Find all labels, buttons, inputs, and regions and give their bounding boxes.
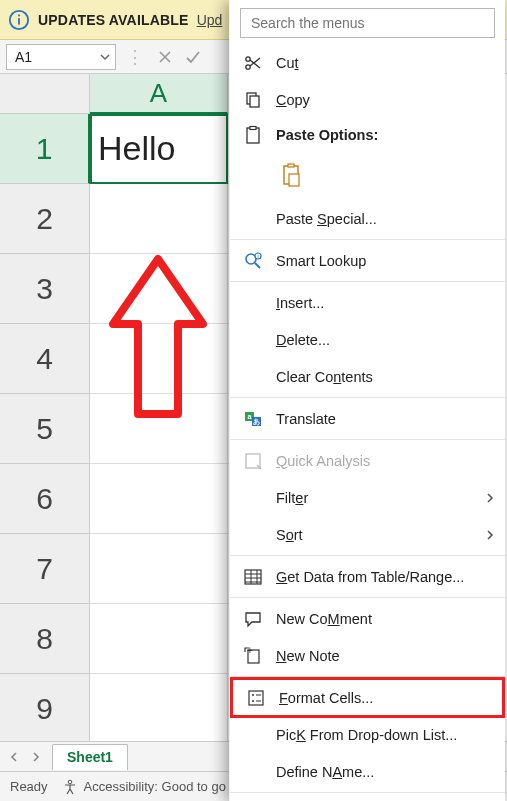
menu-new-comment[interactable]: New CoMment [230,600,505,637]
blank-icon [242,487,264,509]
cell-A2[interactable] [90,184,228,254]
tab-next-icon[interactable] [30,751,42,763]
cell-A9[interactable] [90,674,228,741]
menu-translate[interactable]: aあ Translate [230,400,505,437]
svg-point-3 [68,780,72,784]
menu-filter-label: Filter [276,490,473,506]
search-icon: i [242,250,264,272]
cell-A1[interactable]: Hello [90,114,228,184]
menu-new-note[interactable]: + New Note [230,637,505,674]
menu-list: Cut Copy Paste Options: Paste Special... [230,44,505,801]
menu-insert-label: Insert... [276,295,495,311]
row-header-2[interactable]: 2 [0,184,90,254]
menu-filter[interactable]: Filter [230,479,505,516]
info-icon [8,9,30,31]
menu-format-cells[interactable]: Format Cells... [233,680,502,715]
menu-paste-options-label: Paste Options: [276,127,495,143]
row-header-8[interactable]: 8 [0,604,90,674]
menu-define-name-label: Define NAme... [276,764,495,780]
menu-new-comment-label: New CoMment [276,611,495,627]
table-icon [242,566,264,588]
quick-analysis-icon [242,450,264,472]
status-accessibility[interactable]: Accessibility: Good to go [62,779,226,795]
svg-text:あ: あ [253,418,260,426]
menu-new-note-label: New Note [276,648,495,664]
menu-delete-label: Delete... [276,332,495,348]
row-header-6[interactable]: 6 [0,464,90,534]
menu-search[interactable] [240,8,495,38]
copy-icon [242,89,264,111]
menu-smart-lookup-label: Smart Lookup [276,253,495,269]
svg-point-5 [246,56,250,60]
accessibility-icon [62,779,78,795]
row-header-9[interactable]: 9 [0,674,90,741]
updates-title: UPDATES AVAILABLE [38,12,189,28]
menu-smart-lookup[interactable]: i Smart Lookup [230,242,505,279]
menu-search-input[interactable] [249,14,486,32]
separator [230,555,505,556]
menu-quick-analysis-label: Quick Analysis [276,453,495,469]
svg-rect-24 [249,691,263,705]
svg-point-4 [246,64,250,68]
menu-copy-label: Copy [276,92,495,108]
svg-text:+: + [247,646,253,656]
cell-A6[interactable] [90,464,228,534]
cell-A3[interactable] [90,254,228,324]
svg-text:a: a [248,413,252,420]
separator [230,792,505,793]
svg-rect-7 [250,96,259,107]
menu-clear-contents[interactable]: Clear Contents [230,358,505,395]
cancel-formula-icon[interactable] [154,46,176,68]
column-header-A[interactable]: A [90,74,228,114]
blank-icon [242,329,264,351]
separator [230,397,505,398]
updates-link[interactable]: Upd [197,12,223,28]
cell-A7[interactable] [90,534,228,604]
cell-A5[interactable] [90,394,228,464]
separator [230,597,505,598]
scissors-icon [242,52,264,74]
cell-A4[interactable] [90,324,228,394]
cell-A8[interactable] [90,604,228,674]
svg-rect-12 [289,174,299,186]
menu-cut-label: Cut [276,55,495,71]
menu-pick-list-label: PicK From Drop-down List... [276,727,495,743]
divider: ⋮ [122,46,148,68]
paste-default-button[interactable] [277,158,307,194]
row-headers: 1 2 3 4 5 6 7 8 9 [0,114,90,741]
menu-get-data[interactable]: Get Data from Table/Range... [230,558,505,595]
menu-insert[interactable]: Insert... [230,284,505,321]
menu-sort[interactable]: Sort [230,516,505,553]
menu-cut[interactable]: Cut [230,44,505,81]
menu-delete[interactable]: Delete... [230,321,505,358]
annotation-highlight-box: Format Cells... [230,677,505,718]
context-menu: Cut Copy Paste Options: Paste Special... [229,0,505,801]
sheet-tab-sheet1[interactable]: Sheet1 [52,744,128,770]
separator [230,281,505,282]
status-ready: Ready [10,779,48,794]
row-header-7[interactable]: 7 [0,534,90,604]
menu-pick-list[interactable]: PicK From Drop-down List... [230,716,505,753]
blank-icon [242,292,264,314]
translate-icon: aあ [242,408,264,430]
svg-point-25 [252,694,254,696]
chevron-right-icon [485,492,495,504]
svg-rect-11 [288,164,294,167]
menu-link[interactable]: Link [230,795,505,801]
separator [230,239,505,240]
svg-point-26 [252,700,254,702]
menu-define-name[interactable]: Define NAme... [230,753,505,790]
row-header-4[interactable]: 4 [0,324,90,394]
menu-copy[interactable]: Copy [230,81,505,118]
tab-prev-icon[interactable] [8,751,20,763]
enter-formula-icon[interactable] [182,46,204,68]
name-box-value: A1 [15,49,32,65]
name-box[interactable]: A1 [6,44,116,70]
select-all-corner[interactable] [0,74,90,114]
comment-icon [242,608,264,630]
row-header-1[interactable]: 1 [0,114,90,184]
row-header-5[interactable]: 5 [0,394,90,464]
row-header-3[interactable]: 3 [0,254,90,324]
blank-icon [242,761,264,783]
menu-paste-special[interactable]: Paste Special... [230,200,505,237]
